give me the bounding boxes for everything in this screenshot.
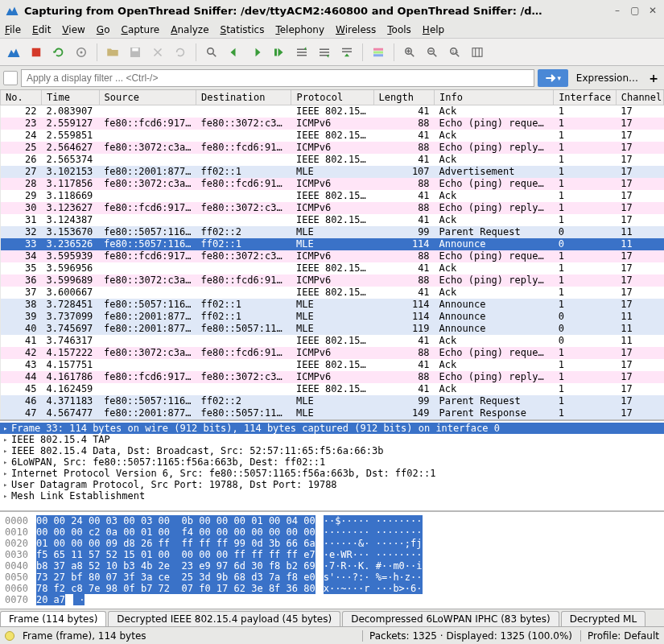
packet-row[interactable]: 403.745697fe80::2001:877…fe80::5057:11…M…	[1, 323, 664, 335]
hex-row[interactable]: 0030f5 65 11 57 52 15 01 00 00 00 00 ff …	[5, 549, 659, 560]
packet-row[interactable]: 383.728451fe80::5057:116…ff02::1MLE114An…	[1, 299, 664, 311]
packet-row[interactable]: 323.153670fe80::5057:116…ff02::2MLE99Par…	[1, 226, 664, 238]
open-file-icon[interactable]	[102, 42, 123, 63]
byte-tab[interactable]: Decrypted IEEE 802.15.4 payload (45 byte…	[108, 611, 340, 626]
capture-options-icon[interactable]	[71, 42, 92, 63]
go-forward-icon[interactable]	[246, 42, 267, 63]
packet-row[interactable]: 434.157751IEEE 802.15.441Ack117	[1, 359, 664, 371]
packet-row[interactable]: 474.567477fe80::2001:877…fe80::5057:11…M…	[1, 407, 664, 419]
detail-line[interactable]: ▸6LoWPAN, Src: fe80::5057:1165:f56a:663b…	[0, 456, 664, 468]
packet-row[interactable]: 454.162459IEEE 802.15.441Ack117	[1, 383, 664, 395]
first-packet-icon[interactable]	[291, 42, 312, 63]
expand-icon[interactable]: ▸	[3, 468, 11, 479]
detail-line[interactable]: ▸IEEE 802.15.4 Data, Dst: Broadcast, Src…	[0, 445, 664, 456]
column-header[interactable]: Time	[42, 90, 99, 105]
resize-columns-icon[interactable]	[467, 42, 488, 63]
hex-row[interactable]: 0040b8 37 a8 52 10 b3 4b 2e 23 e9 97 6d …	[5, 560, 659, 572]
jump-packet-icon[interactable]	[269, 42, 290, 63]
packet-row[interactable]: 232.559127fe80::fcd6:917…fe80::3072:c3…I…	[1, 118, 664, 130]
packet-row[interactable]: 313.124387IEEE 802.15.441Ack117	[1, 214, 664, 226]
menu-wireless[interactable]: Wireless	[336, 24, 376, 35]
close-file-icon[interactable]	[147, 42, 168, 63]
auto-scroll-icon[interactable]	[336, 42, 357, 63]
detail-line[interactable]: ▸IEEE 802.15.4 TAP	[0, 434, 664, 445]
close-button[interactable]: ✕	[646, 4, 659, 17]
maximize-button[interactable]: ▢	[629, 4, 641, 17]
restart-capture-icon[interactable]	[48, 42, 69, 63]
packet-row[interactable]: 413.746317IEEE 802.15.441Ack011	[1, 335, 664, 347]
detail-line[interactable]: ▸Mesh Link Establishment	[0, 490, 664, 502]
add-filter-button[interactable]: +	[646, 72, 661, 85]
colorize-icon[interactable]	[368, 42, 389, 63]
menu-view[interactable]: View	[62, 24, 85, 35]
byte-tab[interactable]: Decrypted ML	[561, 611, 645, 626]
column-header[interactable]: Interface ID	[554, 90, 617, 105]
packet-row[interactable]: 303.123627fe80::fcd6:917…fe80::3072:c3…I…	[1, 202, 664, 214]
column-header[interactable]: No.	[1, 90, 42, 105]
menu-go[interactable]: Go	[97, 24, 110, 35]
stop-capture-icon[interactable]	[26, 42, 47, 63]
column-header[interactable]: Length	[373, 90, 435, 105]
packet-row[interactable]: 363.599689fe80::3072:c3a…fe80::fcd6:91…I…	[1, 275, 664, 287]
apply-filter-button[interactable]: ▾	[538, 69, 568, 87]
column-header[interactable]: Info	[435, 90, 554, 105]
last-packet-icon[interactable]	[314, 42, 335, 63]
packet-row[interactable]: 333.236526fe80::5057:116…ff02::1MLE114An…	[1, 238, 664, 250]
packet-row[interactable]: 293.118669IEEE 802.15.441Ack117	[1, 190, 664, 202]
expert-info-icon[interactable]	[5, 631, 14, 641]
expand-icon[interactable]: ▸	[3, 445, 11, 456]
find-packet-icon[interactable]	[201, 42, 222, 63]
hex-row[interactable]: 002001 00 00 00 09 d8 26 ff ff ff ff 99 …	[5, 538, 659, 549]
menu-help[interactable]: Help	[423, 24, 444, 35]
reload-file-icon[interactable]	[170, 42, 191, 63]
menu-analyze[interactable]: Analyze	[171, 24, 208, 35]
packet-list[interactable]: No.TimeSourceDestinationProtocolLengthIn…	[0, 90, 664, 419]
packet-row[interactable]: 353.596956IEEE 802.15.441Ack117	[1, 262, 664, 275]
hex-row[interactable]: 000000 00 24 00 03 00 03 00 0b 00 00 00 …	[5, 515, 659, 526]
menu-file[interactable]: File	[5, 24, 21, 35]
byte-tab[interactable]: Decompressed 6LoWPAN IPHC (83 bytes)	[342, 611, 559, 626]
packet-row[interactable]: 262.565374IEEE 802.15.441Ack117	[1, 154, 664, 166]
save-file-icon[interactable]	[125, 42, 146, 63]
zoom-reset-icon[interactable]: 1:1	[444, 42, 465, 63]
packet-row[interactable]: 283.117856fe80::3072:c3a…fe80::fcd6:91…I…	[1, 178, 664, 190]
byte-tab[interactable]: Frame (114 bytes)	[0, 611, 106, 626]
hex-row[interactable]: 001000 00 00 c2 0a 00 01 00 f4 00 00 00 …	[5, 526, 659, 538]
expand-icon[interactable]: ▸	[3, 479, 11, 490]
packet-row[interactable]: 343.595939fe80::fcd6:917…fe80::3072:c3…I…	[1, 250, 664, 262]
packet-row[interactable]: 242.559851IEEE 802.15.441Ack117	[1, 130, 664, 142]
expand-icon[interactable]: ▸	[3, 490, 11, 502]
detail-line[interactable]: ▸Internet Protocol Version 6, Src: fe80:…	[0, 468, 664, 479]
packet-row[interactable]: 393.737099fe80::2001:877…ff02::1MLE114An…	[1, 311, 664, 323]
detail-line[interactable]: ▸Frame 33: 114 bytes on wire (912 bits),…	[0, 423, 664, 434]
menu-telephony[interactable]: Telephony	[275, 24, 324, 35]
minimize-button[interactable]: –	[611, 4, 624, 17]
packet-bytes[interactable]: 000000 00 24 00 03 00 03 00 0b 00 00 00 …	[0, 510, 664, 609]
bookmark-icon[interactable]	[3, 71, 18, 85]
packet-row[interactable]: 464.371183fe80::5057:116…ff02::2MLE99Par…	[1, 395, 664, 407]
display-filter-input[interactable]	[21, 69, 534, 87]
start-capture-icon[interactable]	[3, 42, 24, 63]
expression-button[interactable]: Expression…	[571, 72, 643, 84]
hex-row[interactable]: 006078 f2 c8 7e 98 0f b7 72 07 f0 17 62 …	[5, 583, 659, 594]
detail-line[interactable]: ▸User Datagram Protocol, Src Port: 19788…	[0, 479, 664, 490]
packet-row[interactable]: 373.600667IEEE 802.15.441Ack117	[1, 287, 664, 299]
packet-details[interactable]: ▸Frame 33: 114 bytes on wire (912 bits),…	[0, 419, 664, 510]
expand-icon[interactable]: ▸	[3, 434, 11, 445]
expand-icon[interactable]: ▸	[3, 423, 11, 434]
packet-row[interactable]: 273.102153fe80::2001:877…ff02::1MLE107Ad…	[1, 166, 664, 178]
zoom-in-icon[interactable]	[399, 42, 420, 63]
packet-row[interactable]: 252.564627fe80::3072:c3a…fe80::fcd6:91…I…	[1, 142, 664, 154]
column-header[interactable]: Destination	[196, 90, 291, 105]
zoom-out-icon[interactable]	[422, 42, 443, 63]
menu-tools[interactable]: Tools	[387, 24, 411, 35]
menu-capture[interactable]: Capture	[121, 24, 159, 35]
packet-row[interactable]: 424.157222fe80::3072:c3a…fe80::fcd6:91…I…	[1, 347, 664, 359]
column-header[interactable]: Channel	[616, 90, 663, 105]
packet-row[interactable]: 444.161786fe80::fcd6:917…fe80::3072:c3…I…	[1, 371, 664, 383]
column-header[interactable]: Source	[99, 90, 196, 105]
column-header[interactable]: Protocol	[291, 90, 373, 105]
menu-statistics[interactable]: Statistics	[221, 24, 265, 35]
hex-row[interactable]: 007020 a7 ·	[5, 594, 659, 605]
status-profile[interactable]: Profile: Default	[580, 630, 659, 642]
